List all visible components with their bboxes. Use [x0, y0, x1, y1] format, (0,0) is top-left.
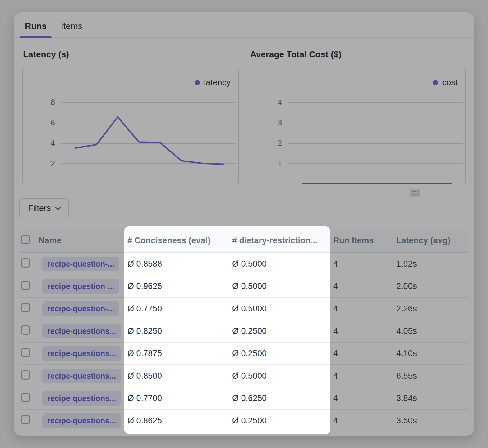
- run-name-link[interactable]: recipe-questions...: [42, 324, 121, 338]
- row-checkbox[interactable]: [21, 281, 30, 290]
- latency-chart-block: Latency (s) latency 8642: [22, 49, 239, 184]
- run-items-value: 4: [330, 282, 393, 291]
- table-row: recipe-questions... Ø 0.8500 Ø 0.5000 4 …: [19, 365, 469, 387]
- legend-label: cost: [442, 78, 458, 87]
- dietary-restriction-value: Ø 0.2500: [229, 326, 330, 336]
- run-name-cell: recipe-questions...: [37, 369, 124, 383]
- run-items-value: 4: [330, 394, 393, 403]
- column-header-name[interactable]: Name: [37, 236, 124, 245]
- cost-chart-block: Average Total Cost ($) cost 4321: [250, 49, 466, 184]
- run-name-link[interactable]: recipe-questions...: [42, 369, 121, 383]
- cost-chart: cost 4321: [250, 68, 466, 184]
- column-header-run-items[interactable]: Run Items: [330, 236, 393, 245]
- run-name-link[interactable]: recipe-question-...: [42, 257, 119, 271]
- charts-section: Latency (s) latency 8642 Average Total C…: [14, 38, 474, 184]
- table-body: recipe-question-... Ø 0.8588 Ø 0.5000 4 …: [19, 253, 469, 432]
- run-items-value: 4: [330, 304, 393, 314]
- dietary-restriction-value: Ø 0.5000: [229, 259, 330, 269]
- row-checkbox[interactable]: [21, 348, 30, 357]
- legend-dot-icon: [433, 80, 438, 85]
- table-row: recipe-question-... Ø 0.8588 Ø 0.5000 4 …: [19, 253, 469, 275]
- row-checkbox[interactable]: [21, 303, 30, 312]
- row-checkbox-cell: [19, 370, 37, 382]
- select-all-checkbox[interactable]: [21, 235, 30, 244]
- row-checkbox[interactable]: [21, 370, 30, 380]
- run-name-cell: recipe-questions...: [37, 391, 124, 406]
- row-checkbox[interactable]: [21, 325, 30, 335]
- row-checkbox[interactable]: [21, 393, 30, 402]
- run-name-cell: recipe-question-...: [37, 257, 124, 271]
- latency-avg-value: 4.10s: [393, 349, 469, 358]
- latency-chart: latency 8642: [22, 68, 239, 184]
- conciseness-value: Ø 0.7875: [124, 349, 229, 358]
- row-checkbox-cell: [19, 415, 37, 427]
- conciseness-value: Ø 0.8588: [124, 259, 229, 269]
- row-checkbox-cell: [19, 348, 37, 359]
- run-name-link[interactable]: recipe-questions...: [42, 413, 121, 428]
- column-header-latency-avg[interactable]: Latency (avg): [393, 236, 469, 245]
- row-checkbox-cell: [19, 258, 37, 270]
- row-checkbox[interactable]: [21, 415, 30, 424]
- conciseness-value: Ø 0.7750: [124, 304, 229, 314]
- dietary-restriction-value: Ø 0.6250: [229, 394, 330, 403]
- table-row: recipe-questions... Ø 0.7700 Ø 0.6250 4 …: [19, 387, 469, 410]
- app-screen: Runs Items Latency (s) latency 8642 Aver…: [0, 0, 488, 448]
- legend-label: latency: [204, 78, 231, 87]
- run-items-value: 4: [330, 416, 393, 426]
- table-row: recipe-question-... Ø 0.7750 Ø 0.5000 4 …: [19, 298, 469, 320]
- legend-dot-icon: [195, 80, 200, 85]
- latency-chart-title: Latency (s): [23, 49, 239, 60]
- run-name-cell: recipe-question-...: [37, 279, 124, 294]
- run-name-link[interactable]: recipe-questions...: [42, 346, 121, 361]
- table-row: recipe-question-... Ø 0.9625 Ø 0.5000 4 …: [19, 275, 469, 298]
- row-checkbox-cell: [19, 393, 37, 404]
- dietary-restriction-value: Ø 0.2500: [229, 416, 330, 426]
- table-row: recipe-questions... Ø 0.7875 Ø 0.2500 4 …: [19, 343, 469, 365]
- table-row: recipe-questions... Ø 0.8250 Ø 0.2500 4 …: [19, 320, 469, 343]
- header-checkbox-cell: [19, 235, 37, 246]
- cost-chart-title: Average Total Cost ($): [250, 49, 466, 60]
- table-header: Name # Conciseness (eval) # dietary-rest…: [19, 229, 469, 253]
- runs-table: Name # Conciseness (eval) # dietary-rest…: [19, 229, 469, 432]
- run-name-link[interactable]: recipe-questions...: [42, 391, 121, 406]
- row-checkbox-cell: [19, 281, 37, 292]
- run-name-link[interactable]: recipe-question-...: [42, 301, 119, 316]
- filters-button[interactable]: Filters: [19, 198, 69, 218]
- conciseness-value: Ø 0.9625: [124, 282, 229, 291]
- runs-panel-card: Runs Items Latency (s) latency 8642 Aver…: [14, 12, 474, 436]
- table-row: recipe-questions... Ø 0.8625 Ø 0.2500 4 …: [19, 410, 469, 432]
- run-name-link[interactable]: recipe-question-...: [42, 279, 119, 294]
- row-checkbox-cell: [19, 325, 37, 337]
- row-checkbox[interactable]: [21, 258, 30, 268]
- row-checkbox-cell: [19, 303, 37, 315]
- tab-items[interactable]: Items: [61, 21, 82, 37]
- filters-row: Filters: [19, 198, 474, 218]
- column-header-conciseness[interactable]: # Conciseness (eval): [124, 236, 229, 245]
- dietary-restriction-value: Ø 0.2500: [229, 349, 330, 358]
- dietary-restriction-value: Ø 0.5000: [229, 304, 330, 314]
- latency-avg-value: 6.55s: [393, 371, 469, 381]
- latency-avg-value: 2.00s: [393, 282, 469, 291]
- latency-avg-value: 1.92s: [393, 259, 469, 269]
- conciseness-value: Ø 0.8625: [124, 416, 229, 426]
- latency-avg-value: 4.05s: [393, 326, 469, 336]
- dietary-restriction-value: Ø 0.5000: [229, 282, 330, 291]
- run-name-cell: recipe-questions...: [37, 413, 124, 428]
- latency-legend: latency: [195, 78, 231, 87]
- tab-runs[interactable]: Runs: [25, 21, 47, 37]
- latency-avg-value: 3.50s: [393, 416, 469, 426]
- dietary-restriction-value: Ø 0.5000: [229, 371, 330, 381]
- latency-avg-value: 2.26s: [393, 304, 469, 314]
- run-items-value: 4: [330, 326, 393, 336]
- run-items-value: 4: [330, 259, 393, 269]
- conciseness-value: Ø 0.8500: [124, 371, 229, 381]
- run-name-cell: recipe-questions...: [37, 346, 124, 361]
- filters-button-label: Filters: [28, 203, 51, 213]
- drag-handle[interactable]: [410, 189, 420, 197]
- cost-legend: cost: [433, 78, 458, 87]
- run-name-cell: recipe-questions...: [37, 324, 124, 338]
- latency-avg-value: 3.84s: [393, 394, 469, 403]
- drag-handle-icon: [412, 191, 413, 192]
- conciseness-value: Ø 0.7700: [124, 394, 229, 403]
- column-header-dietary-restriction[interactable]: # dietary-restriction...: [229, 236, 330, 245]
